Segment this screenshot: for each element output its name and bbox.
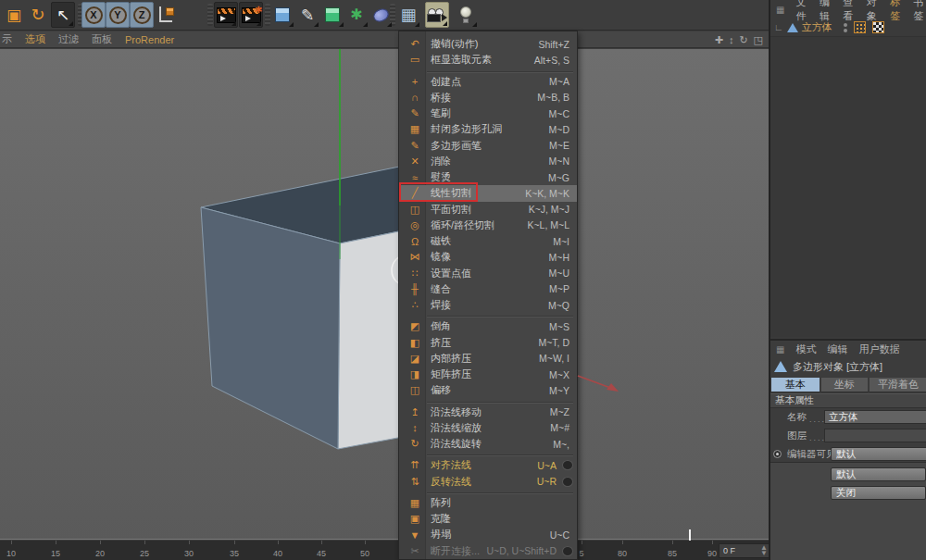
- main-toolbar: ▣↻↖XYZ✱✎✱▦: [0, 0, 769, 31]
- x-axis-lock-button[interactable]: X: [81, 2, 106, 28]
- attribute-field-图层[interactable]: [824, 429, 926, 442]
- am-menu-用户数据[interactable]: 用户数据: [858, 342, 899, 356]
- menu-item-矩阵挤压[interactable]: ◨矩阵挤压M~X: [399, 367, 577, 382]
- am-menu-模式[interactable]: 模式: [795, 342, 816, 356]
- menu-item-桥接[interactable]: ∩桥接M~B, B: [399, 90, 577, 106]
- add-cube-primitive-button[interactable]: [270, 2, 294, 28]
- loop-path-cut-icon: ◎: [405, 219, 425, 231]
- visibility-dots[interactable]: [844, 23, 847, 32]
- menu-item-label: 线性切割: [425, 186, 471, 200]
- viewport-menu-选项[interactable]: 选项: [25, 32, 45, 46]
- om-menu-对象[interactable]: 对象: [867, 0, 879, 23]
- attribute-field-编辑器可见[interactable]: 默认: [831, 447, 926, 461]
- render-settings-button[interactable]: ✱: [239, 2, 263, 28]
- frame-spinner[interactable]: ▲▼: [760, 545, 768, 557]
- menu-item-磁铁[interactable]: Ω磁铁M~I: [399, 233, 577, 249]
- menu-item-创建点[interactable]: +创建点M~A: [399, 74, 577, 90]
- menu-item-缝合[interactable]: ╫缝合M~P: [399, 281, 577, 297]
- menu-item-坍塌[interactable]: ▼坍塌U~C: [399, 527, 577, 542]
- om-menu-标签[interactable]: 标签: [890, 0, 902, 23]
- menu-item-封闭多边形孔洞[interactable]: ▦封闭多边形孔洞M~D: [399, 121, 577, 137]
- menu-item-偏移[interactable]: ◫偏移M~Y: [399, 382, 577, 398]
- menu-item-平面切割[interactable]: ◫平面切割K~J, M~J: [399, 202, 577, 218]
- menu-item-倒角[interactable]: ◩倒角M~S: [399, 318, 577, 334]
- tab-基本[interactable]: 基本: [770, 377, 820, 392]
- y-axis-lock-button[interactable]: Y: [106, 2, 130, 28]
- camera-button[interactable]: [425, 2, 449, 28]
- panel-grid-icon[interactable]: ▦: [776, 344, 784, 355]
- tab-坐标[interactable]: 坐标: [820, 377, 869, 392]
- subdivision-surface-button[interactable]: [320, 2, 344, 28]
- om-menu-查看[interactable]: 查看: [843, 0, 855, 23]
- timeline-caret[interactable]: [689, 529, 691, 541]
- attribute-dropdown-关闭[interactable]: 关闭: [831, 486, 926, 500]
- toggle-view-icon[interactable]: ◳: [754, 34, 763, 46]
- om-menu-书签[interactable]: 书签: [914, 0, 926, 23]
- object-name-label[interactable]: 立方体: [802, 20, 832, 34]
- menu-item-反转法线[interactable]: ⇅反转法线U~R: [399, 474, 577, 490]
- light-button[interactable]: [454, 2, 478, 28]
- object-manager-empty-area[interactable]: [770, 36, 926, 337]
- coordinate-system-icon[interactable]: [154, 2, 178, 28]
- am-menu-编辑[interactable]: 编辑: [827, 342, 847, 356]
- pan-view-icon[interactable]: ✚: [715, 34, 723, 46]
- current-frame-field[interactable]: 0 F ▲▼: [719, 543, 772, 558]
- z-axis-lock-button[interactable]: Z: [130, 2, 154, 28]
- menu-item-焊接[interactable]: ∴焊接M~Q: [399, 297, 577, 313]
- scale-tool-icon[interactable]: ▣: [2, 2, 26, 28]
- menu-item-label: 撤销(动作): [425, 37, 478, 51]
- options-gear-icon[interactable]: [562, 546, 573, 556]
- menu-item-设置点值[interactable]: ∷设置点值M~U: [399, 266, 577, 281]
- deformer-button[interactable]: [369, 2, 393, 28]
- menu-item-内部挤压[interactable]: ◪内部挤压M~W, I: [399, 351, 577, 367]
- tab-平滑着色[interactable]: 平滑着色: [869, 377, 926, 392]
- menu-item-对齐法线[interactable]: ⇈对齐法线U~A: [399, 457, 577, 473]
- panel-grid-icon[interactable]: ▦: [776, 5, 784, 15]
- texture-checker-tag-icon[interactable]: [872, 21, 884, 33]
- viewport-menu-面板[interactable]: 面板: [92, 32, 112, 46]
- menu-item-沿法线旋转[interactable]: ↻沿法线旋转M~,: [399, 436, 577, 452]
- flyout-corner: [289, 22, 294, 27]
- menu-item-沿法线缩放[interactable]: ↕沿法线缩放M~#: [399, 420, 577, 436]
- viewport-menu-ProRender[interactable]: ProRender: [125, 34, 174, 45]
- spline-pen-button[interactable]: ✎: [295, 2, 319, 28]
- menu-item-label: 沿法线移动: [425, 405, 482, 419]
- menu-item-克隆[interactable]: ▣克隆: [399, 511, 577, 527]
- menu-item-熨烫[interactable]: ≈熨烫M~G: [399, 169, 577, 185]
- menu-item-笔刷[interactable]: ✎笔刷M~C: [399, 106, 577, 121]
- menu-item-label: 缝合: [425, 282, 451, 296]
- viewport-menu-过滤[interactable]: 过滤: [58, 32, 79, 46]
- menu-item-多边形画笔[interactable]: ✎多边形画笔M~E: [399, 138, 577, 154]
- viewport[interactable]: [0, 49, 769, 540]
- menu-item-消除[interactable]: ✕消除M~N: [399, 154, 577, 169]
- menu-item-撤销(动作)[interactable]: ↶撤销(动作)Shift+Z: [399, 36, 577, 52]
- menu-item-label: 多边形画笔: [425, 139, 482, 153]
- menu-item-label: 笔刷: [425, 106, 451, 120]
- menu-item-沿法线移动[interactable]: ↥沿法线移动M~Z: [399, 404, 577, 420]
- selection-tag-icon[interactable]: [854, 21, 866, 33]
- menu-item-阵列[interactable]: ▦阵列: [399, 495, 577, 511]
- viewport-menu-示[interactable]: 示: [2, 32, 12, 46]
- menu-item-挤压[interactable]: ◧挤压M~T, D: [399, 335, 577, 351]
- live-selection-icon[interactable]: ↖: [51, 2, 75, 28]
- attribute-field-名称[interactable]: 立方体: [824, 410, 926, 424]
- floor-environment-button[interactable]: ▦: [396, 2, 420, 28]
- rotate-tool-icon[interactable]: ↻: [26, 2, 50, 28]
- menu-item-线性切割[interactable]: ╱线性切割K~K, M~K: [399, 185, 577, 201]
- rotate-view-icon[interactable]: ↻: [739, 34, 747, 46]
- timeline-ruler[interactable]: 1015202530354045505808590: [0, 541, 769, 560]
- render-view-button[interactable]: [214, 2, 238, 28]
- menu-item-循环/路径切割[interactable]: ◎循环/路径切割K~L, M~L: [399, 218, 577, 233]
- attribute-rows: 名称......立方体图层......编辑器可见默认: [770, 408, 926, 464]
- menu-item-框显选取元素[interactable]: ▭框显选取元素Alt+S, S: [399, 52, 577, 68]
- keyframe-radio[interactable]: [773, 450, 782, 458]
- cube-object-icon[interactable]: [787, 23, 798, 32]
- options-gear-icon[interactable]: [562, 460, 573, 470]
- object-manager-menubar: ▦文件编辑查看对象标签书签: [770, 0, 926, 19]
- modeling-generator-button[interactable]: ✱: [344, 2, 369, 28]
- menu-item-shortcut: M~Y: [549, 385, 577, 396]
- options-gear-icon[interactable]: [562, 477, 573, 487]
- attribute-dropdown-默认[interactable]: 默认: [831, 467, 926, 481]
- menu-item-镜像[interactable]: ⋈镜像M~H: [399, 249, 577, 265]
- zoom-view-icon[interactable]: ↕: [729, 34, 734, 45]
